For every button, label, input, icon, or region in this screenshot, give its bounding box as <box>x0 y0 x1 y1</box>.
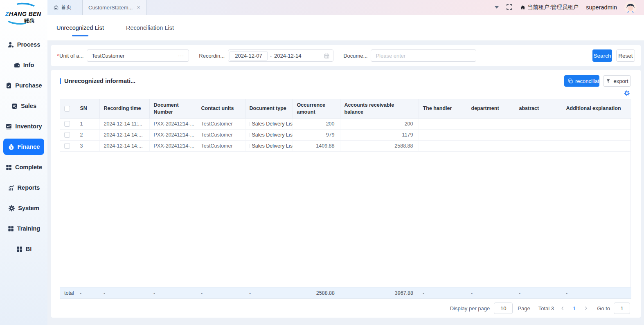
export-button[interactable]: export <box>603 75 631 87</box>
reconciliation-button[interactable]: reconciliatio <box>564 75 599 87</box>
breadcrumb-label: 首页 <box>61 4 72 11</box>
date-end-input[interactable]: 2024-12-14 <box>274 53 321 59</box>
unrecognized-panel: Unrecognized informati... reconciliatio … <box>51 70 641 318</box>
col-header-department: department <box>467 99 515 118</box>
clipboard-list-icon <box>11 103 18 110</box>
total-dash: - <box>76 287 99 299</box>
ellipsis-icon[interactable]: ··· <box>178 53 184 58</box>
cell-additional <box>562 129 631 140</box>
cell-document-number: PXX-20241214-... <box>149 140 197 151</box>
copy-icon <box>568 78 573 84</box>
wallet-icon <box>14 62 20 69</box>
prev-page-icon[interactable] <box>558 304 567 313</box>
avatar[interactable] <box>624 1 637 13</box>
col-header-document-type: Document type <box>245 99 293 118</box>
header-select-all <box>60 99 76 118</box>
table-header-row: SN Recording time Document Number Contac… <box>60 99 631 118</box>
sidebar-item-bi[interactable]: BI <box>3 241 44 257</box>
cell-contact-units: TestCustomer <box>197 118 245 129</box>
calendar-icon[interactable] <box>324 53 330 59</box>
row-checkbox[interactable] <box>64 143 70 149</box>
open-tab-customer-statement[interactable]: CustomerStatem... × <box>82 0 146 15</box>
brand-logo: ZHANG BEN 账犇 <box>1 0 46 32</box>
table-row[interactable]: 2 2024-12-14 14:... PXX-20241214-... Tes… <box>60 129 631 140</box>
panel-actions: reconciliatio export <box>564 75 631 87</box>
col-header-document-number: Document Number <box>149 99 197 118</box>
grid-icon <box>16 246 23 253</box>
cell-recording-time: 2024-12-14 14:... <box>99 140 149 151</box>
sidebar-item-complete[interactable]: Complete <box>3 159 44 175</box>
sidebar-item-label: Process <box>17 41 40 48</box>
row-checkbox[interactable] <box>64 121 70 127</box>
search-button[interactable]: Search <box>592 49 612 62</box>
page-tabs: Unrecognized List Reconciliation List <box>47 15 644 41</box>
chevron-down-icon[interactable] <box>495 6 499 9</box>
cell-additional <box>562 140 631 151</box>
topbar: 首页 CustomerStatem... × 当前租户:管理员租户 supera… <box>47 0 644 15</box>
export-icon <box>606 78 611 84</box>
current-page[interactable]: 1 <box>573 305 576 312</box>
sidebar-item-system[interactable]: System <box>3 200 44 216</box>
cell-handler <box>419 140 467 151</box>
fullscreen-icon[interactable] <box>506 4 513 11</box>
sidebar-item-sales[interactable]: Sales <box>3 98 44 114</box>
cell-department <box>467 118 515 129</box>
sidebar-item-process[interactable]: Process <box>3 36 44 53</box>
column-settings-gear-icon[interactable] <box>624 90 630 96</box>
cell-occurrence-amount: 979 <box>293 129 340 140</box>
cell-department <box>467 140 515 151</box>
sidebar-item-label: Info <box>23 62 34 68</box>
goto-page-input[interactable]: 1 <box>614 303 630 314</box>
tab-reconciliation-list[interactable]: Reconciliation List <box>124 15 176 40</box>
goto-label: Go to <box>597 305 610 312</box>
sidebar-item-finance[interactable]: Finance <box>3 139 44 155</box>
cell-recording-time: 2024-12-14 14:... <box>99 129 149 140</box>
cell-occurrence-amount: 200 <box>293 118 340 129</box>
user-icon <box>7 41 14 48</box>
breadcrumb-home[interactable]: 首页 <box>53 4 72 11</box>
per-page-label: Display per page <box>450 305 490 312</box>
unit-of-account-select[interactable]: TestCustomer ··· <box>87 49 189 62</box>
tenant-info[interactable]: 当前租户:管理员租户 <box>520 4 579 11</box>
filter-bar: *Unit of a... TestCustomer ··· Recordin.… <box>51 45 641 66</box>
brand-name-en: ZHANG BEN <box>5 11 41 17</box>
tab-unrecognized-list[interactable]: Unrecognized List <box>54 15 106 40</box>
topbar-right: 当前租户:管理员租户 superadmin <box>495 1 644 13</box>
sidebar-item-purchase[interactable]: Purchase <box>3 77 44 94</box>
row-checkbox[interactable] <box>64 132 70 138</box>
sidebar-item-reports[interactable]: Reports <box>3 179 44 196</box>
cell-document-number: PXX-20241214-... <box>149 118 197 129</box>
data-table: SN Recording time Document Number Contac… <box>60 99 631 299</box>
table-row[interactable]: 1 2024-12-14 11:... PXX-20241214-... Tes… <box>60 118 631 129</box>
panel-header: Unrecognized informati... reconciliatio … <box>60 74 631 87</box>
col-header-contact-units: Contact units <box>197 99 245 118</box>
col-header-additional: Additional explanation <box>562 99 631 118</box>
total-dash: - <box>515 287 562 299</box>
cell-handler <box>419 129 467 140</box>
select-all-checkbox[interactable] <box>64 106 70 112</box>
total-count-label: Total 3 <box>538 305 554 312</box>
tab-label: Reconciliation List <box>126 25 174 31</box>
sidebar-item-training[interactable]: Training <box>3 220 44 237</box>
document-label: Docume... <box>343 53 367 59</box>
close-icon[interactable]: × <box>137 4 140 11</box>
sidebar-item-info[interactable]: Info <box>3 57 44 73</box>
cell-document-type: Sales Delivery List <box>245 118 293 129</box>
document-input[interactable]: Please enter <box>371 49 476 62</box>
date-range-picker[interactable]: 2024-12-07 - 2024-12-14 <box>228 49 333 62</box>
reset-button[interactable]: Reset <box>616 49 635 62</box>
cell-balance: 1179 <box>340 129 419 140</box>
chart-frame-icon <box>5 123 12 130</box>
app-window: ZHANG BEN 账犇 Process Info Purchase Sales <box>0 0 644 325</box>
page-size-input[interactable]: 10 <box>494 303 513 314</box>
username[interactable]: superadmin <box>586 4 617 11</box>
next-page-icon[interactable] <box>581 304 590 313</box>
date-start-input[interactable]: 2024-12-07 <box>230 51 268 61</box>
table-row[interactable]: 3 2024-12-14 14:... PXX-20241214-... Tes… <box>60 140 631 151</box>
recording-time-label: Recordin... <box>199 53 225 59</box>
cell-document-number: PXX-20241214-... <box>149 129 197 140</box>
total-dash: - <box>245 287 293 299</box>
truncation-tick <box>250 133 250 137</box>
brand-name-cn: 账犇 <box>24 17 35 25</box>
sidebar-item-inventory[interactable]: Inventory <box>3 118 44 134</box>
